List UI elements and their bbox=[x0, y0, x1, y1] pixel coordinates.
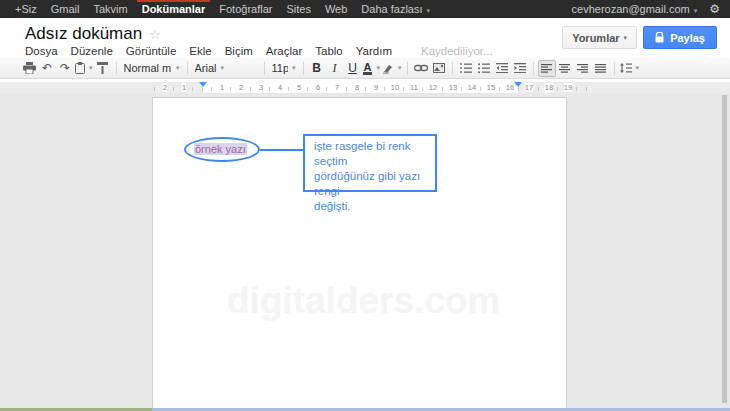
text-color-icon: A bbox=[363, 62, 373, 75]
toolbar-separator bbox=[533, 62, 534, 75]
undo-button[interactable]: ↶ bbox=[38, 60, 56, 77]
chevron-down-icon: ▾ bbox=[636, 64, 640, 72]
menu-view[interactable]: Görüntüle bbox=[126, 45, 177, 57]
star-icon[interactable]: ☆ bbox=[149, 27, 161, 42]
chevron-down-icon: ▾ bbox=[221, 64, 225, 72]
save-status: Kaydediliyor... bbox=[421, 45, 493, 57]
ruler-number: 13 bbox=[449, 83, 457, 92]
topbar-item-sites[interactable]: Sites bbox=[279, 0, 317, 18]
increase-indent-button[interactable] bbox=[511, 60, 529, 77]
font-family-dropdown[interactable]: Arial▾ bbox=[192, 62, 260, 74]
left-margin-marker[interactable] bbox=[199, 82, 207, 87]
link-icon bbox=[414, 64, 428, 72]
toolbar-separator bbox=[614, 62, 615, 75]
toolbar-separator bbox=[407, 62, 408, 75]
insert-link-button[interactable] bbox=[412, 60, 430, 77]
italic-button[interactable]: I bbox=[326, 60, 344, 77]
menu-tools[interactable]: Araçlar bbox=[266, 45, 302, 57]
menu-insert[interactable]: Ekle bbox=[189, 45, 211, 57]
bold-button[interactable]: B bbox=[308, 60, 326, 77]
align-center-button[interactable] bbox=[556, 60, 574, 77]
ruler-number: 1 bbox=[220, 83, 224, 92]
topbar-item-documents-label: Dokümanlar bbox=[142, 3, 206, 15]
paragraph-style-dropdown[interactable]: Normal m...▾ bbox=[121, 62, 183, 74]
watermark: digitalders.com bbox=[227, 280, 500, 322]
share-button[interactable]: Paylaş bbox=[643, 26, 717, 49]
underline-button[interactable]: U bbox=[344, 60, 362, 77]
font-size-dropdown[interactable]: 11pt▾ bbox=[269, 62, 299, 74]
menu-file[interactable]: Dosya bbox=[25, 45, 58, 57]
topbar-item-documents[interactable]: Dokümanlar bbox=[135, 0, 213, 18]
topbar-item-calendar[interactable]: Takvim bbox=[86, 0, 134, 18]
topbar-item-web[interactable]: Web bbox=[318, 0, 354, 18]
clipboard-icon bbox=[75, 62, 85, 74]
ruler-number: 1 bbox=[182, 83, 186, 92]
justify-icon bbox=[595, 64, 606, 73]
text-color-button[interactable]: A▾ bbox=[362, 60, 381, 77]
toolbar-separator bbox=[303, 62, 304, 75]
align-right-button[interactable] bbox=[574, 60, 592, 77]
italic-icon: I bbox=[333, 61, 337, 76]
chevron-down-icon: ▾ bbox=[694, 7, 698, 15]
paint-format-button[interactable] bbox=[94, 60, 112, 77]
ruler-number: 4 bbox=[278, 83, 282, 92]
toolbar-separator bbox=[187, 62, 188, 75]
bold-icon: B bbox=[312, 61, 321, 75]
vertical-scrollbar[interactable] bbox=[722, 95, 727, 403]
redo-button[interactable]: ↷ bbox=[56, 60, 74, 77]
insert-image-button[interactable] bbox=[430, 60, 448, 77]
decrease-indent-button[interactable] bbox=[493, 60, 511, 77]
chevron-down-icon: ▾ bbox=[398, 64, 402, 72]
bulleted-list-icon bbox=[478, 63, 490, 73]
gear-icon[interactable]: ⚙ bbox=[709, 2, 720, 16]
line-spacing-button[interactable]: ▾ bbox=[619, 60, 641, 77]
annotation-connector-line bbox=[260, 149, 305, 151]
numbered-list-icon bbox=[460, 63, 472, 73]
topbar-item-more[interactable]: Daha fazlası▾ bbox=[354, 0, 437, 18]
ruler-number: 8 bbox=[355, 83, 359, 92]
topbar-item-photos[interactable]: Fotoğraflar bbox=[212, 0, 279, 18]
menu-edit[interactable]: Düzenle bbox=[71, 45, 113, 57]
account-menu[interactable]: cevherozan@gmail.com▾ bbox=[572, 3, 698, 15]
annotation-callout-text: işte rasgele bi renk seçtim gördüğünüz g… bbox=[314, 139, 435, 214]
ruler-number: 16 bbox=[506, 83, 514, 92]
topbar-more-label: Daha fazlası bbox=[361, 3, 422, 15]
document-header: Adsız doküman☆ Dosya Düzenle Görüntüle E… bbox=[0, 18, 730, 58]
font-family-value: Arial bbox=[195, 62, 217, 74]
document-page[interactable]: digitalders.com örnek yazı işte rasgele … bbox=[152, 97, 567, 408]
highlight-color-button[interactable]: ▾ bbox=[381, 60, 403, 77]
image-icon bbox=[433, 63, 445, 73]
comments-button-label: Yorumlar bbox=[572, 32, 619, 44]
align-center-icon bbox=[559, 64, 570, 73]
print-button[interactable] bbox=[20, 60, 38, 77]
document-canvas: digitalders.com örnek yazı işte rasgele … bbox=[0, 93, 730, 408]
account-email: cevherozan@gmail.com bbox=[572, 3, 690, 15]
document-title-text: Adsız doküman bbox=[25, 24, 142, 43]
active-tab-indicator bbox=[137, 0, 211, 2]
topbar-item-gmail[interactable]: Gmail bbox=[44, 0, 87, 18]
menu-table[interactable]: Tablo bbox=[315, 45, 343, 57]
numbered-list-button[interactable] bbox=[457, 60, 475, 77]
menu-help[interactable]: Yardım bbox=[356, 45, 392, 57]
menu-format[interactable]: Biçim bbox=[225, 45, 253, 57]
ruler-number: 5 bbox=[297, 83, 301, 92]
printer-icon bbox=[23, 62, 36, 74]
outdent-icon bbox=[496, 63, 508, 73]
ruler-number: 14 bbox=[468, 83, 476, 92]
toolbar-separator bbox=[116, 62, 117, 75]
bulleted-list-button[interactable] bbox=[475, 60, 493, 77]
chevron-down-icon: ▾ bbox=[176, 64, 180, 72]
ruler-number: 9 bbox=[374, 83, 378, 92]
align-left-button[interactable] bbox=[538, 60, 556, 77]
share-button-label: Paylaş bbox=[670, 32, 705, 44]
menu-bar: Dosya Düzenle Görüntüle Ekle Biçim Araçl… bbox=[25, 45, 493, 57]
ruler-number: 12 bbox=[429, 83, 437, 92]
right-margin-marker[interactable] bbox=[514, 82, 522, 87]
comments-button[interactable]: Yorumlar▾ bbox=[562, 26, 637, 49]
ruler-ticks bbox=[145, 87, 587, 91]
justify-button[interactable] bbox=[592, 60, 610, 77]
web-clipboard-button[interactable]: ▾ bbox=[74, 60, 94, 77]
chevron-down-icon: ▾ bbox=[376, 64, 380, 72]
document-title[interactable]: Adsız doküman☆ bbox=[25, 24, 161, 44]
topbar-item-plus-you[interactable]: +Siz bbox=[8, 0, 44, 18]
